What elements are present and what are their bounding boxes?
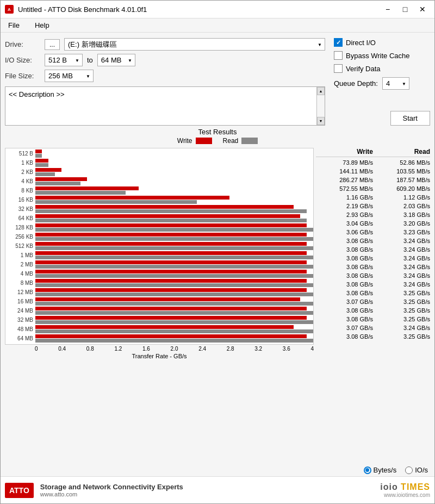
io-size-row: I/O Size: 512 B ▼ to 64 MB ▼ xyxy=(5,54,325,66)
direct-io-checkbox[interactable]: ✓ xyxy=(334,38,343,47)
bar-row: 4 KB xyxy=(5,177,313,185)
result-write-value: 3.08 GB/s xyxy=(316,333,373,340)
bar-row-label: 64 MB xyxy=(5,335,35,341)
menu-bar: File Help xyxy=(1,18,434,33)
file-size-select[interactable]: 256 MB xyxy=(45,70,94,82)
drive-select[interactable]: (E:) 新增磁碟區 xyxy=(64,38,325,51)
result-row: 3.08 GB/s3.25 GB/s xyxy=(316,289,430,297)
result-write-value: 1.16 GB/s xyxy=(316,194,373,201)
result-read-value: 609.20 MB/s xyxy=(373,185,430,192)
read-bar xyxy=(35,265,313,269)
chart-section: Test Results Write Read 512 B1 KB2 KB4 K… xyxy=(1,126,434,464)
result-write-value: 3.04 GB/s xyxy=(316,220,373,227)
write-bar xyxy=(35,168,61,172)
result-read-value: 3.24 GB/s xyxy=(373,238,430,244)
bar-row-label: 24 MB xyxy=(5,308,35,314)
bar-row: 32 KB xyxy=(5,204,313,213)
write-bar xyxy=(35,288,307,292)
bar-row-label: 1 KB xyxy=(5,160,35,166)
result-row: 2.19 GB/s2.03 GB/s xyxy=(316,202,430,210)
io-size-label: I/O Size: xyxy=(5,56,40,64)
start-button[interactable]: Start xyxy=(390,111,430,126)
footer-text: Storage and Network Connectivity Experts… xyxy=(40,483,374,497)
bar-row-label: 2 MB xyxy=(5,262,35,267)
write-legend-color xyxy=(196,138,212,144)
io-size-from-select[interactable]: 512 B xyxy=(45,54,83,66)
io-size-to-select[interactable]: 64 MB xyxy=(97,54,135,66)
io-radio-circle xyxy=(405,466,413,474)
app-icon: A xyxy=(5,5,14,14)
verify-data-checkbox[interactable] xyxy=(334,64,343,73)
result-write-value: 3.06 GB/s xyxy=(316,229,373,235)
result-read-value: 3.25 GB/s xyxy=(373,316,430,322)
options-panel: ✓ Direct I/O Bypass Write Cache Verify D… xyxy=(330,38,430,126)
bar-row: 4 MB xyxy=(5,269,313,278)
result-write-value: 286.27 MB/s xyxy=(316,177,373,183)
result-row: 3.08 GB/s3.24 GB/s xyxy=(316,263,430,271)
write-bar xyxy=(35,334,307,338)
menu-help[interactable]: Help xyxy=(32,20,53,31)
bar-chart: 512 B1 KB2 KB4 KB8 KB16 KB32 KB64 KB128 … xyxy=(5,148,314,345)
write-bar xyxy=(35,223,307,227)
bar-row-label: 16 MB xyxy=(5,298,35,304)
direct-io-row[interactable]: ✓ Direct I/O xyxy=(334,38,430,47)
result-read-value: 3.24 GB/s xyxy=(373,264,430,270)
bar-row: 256 KB xyxy=(5,232,313,241)
write-bar xyxy=(35,233,307,237)
bar-row: 512 B xyxy=(5,149,313,158)
write-bar xyxy=(35,242,307,246)
bytes-per-sec-label: Bytes/s xyxy=(374,466,397,474)
footer-url: www.atto.com xyxy=(40,491,374,497)
scroll-up-button[interactable]: ▲ xyxy=(317,87,325,95)
bar-row-label: 16 KB xyxy=(5,197,35,203)
menu-file[interactable]: File xyxy=(5,20,23,31)
result-write-value: 3.08 GB/s xyxy=(316,246,373,253)
bar-row: 8 KB xyxy=(5,186,313,195)
read-bar xyxy=(35,302,313,306)
footer: ATTO Storage and Network Connectivity Ex… xyxy=(1,476,434,503)
result-row: 3.08 GB/s3.24 GB/s xyxy=(316,245,430,254)
result-row: 2.93 GB/s3.18 GB/s xyxy=(316,210,430,219)
results-header-read: Read xyxy=(373,148,430,155)
minimize-button[interactable]: − xyxy=(380,4,395,15)
bytes-radio-circle xyxy=(364,466,371,474)
chart-legend: Write Read xyxy=(5,137,430,145)
scroll-track xyxy=(317,95,325,117)
result-read-value: 3.25 GB/s xyxy=(373,290,430,296)
read-bar xyxy=(35,219,307,222)
result-row: 144.11 MB/s103.55 MB/s xyxy=(316,167,430,176)
result-write-value: 3.07 GB/s xyxy=(316,325,373,331)
result-write-value: 3.08 GB/s xyxy=(316,281,373,288)
scroll-down-button[interactable]: ▼ xyxy=(317,117,325,125)
queue-depth-select[interactable]: 4 xyxy=(382,77,409,90)
file-size-label: File Size: xyxy=(5,72,40,80)
result-write-value: 73.89 MB/s xyxy=(316,159,373,166)
result-read-value: 187.57 MB/s xyxy=(373,177,430,183)
result-read-value: 3.24 GB/s xyxy=(373,255,430,262)
title-bar: A Untitled - ATTO Disk Benchmark 4.01.0f… xyxy=(1,1,434,18)
bar-row: 64 MB xyxy=(5,334,313,343)
bottom-options: Bytes/s IO/s xyxy=(1,464,434,476)
x-axis-ticks: 0 0.4 0.8 1.2 1.6 2.0 2.4 2.8 3.2 3.6 4 xyxy=(5,346,314,352)
read-bar xyxy=(35,311,313,315)
result-read-value: 3.25 GB/s xyxy=(373,333,430,340)
bar-row-label: 128 KB xyxy=(5,225,35,231)
read-bar xyxy=(35,200,197,204)
bypass-write-cache-checkbox[interactable] xyxy=(334,51,343,60)
write-bar xyxy=(35,205,294,209)
drive-browse-button[interactable]: ... xyxy=(45,39,60,50)
verify-data-row[interactable]: Verify Data xyxy=(334,64,430,73)
io-per-sec-radio[interactable]: IO/s xyxy=(405,466,428,474)
description-text: << Description >> xyxy=(5,87,325,102)
bar-row: 512 KB xyxy=(5,241,313,250)
bytes-per-sec-radio[interactable]: Bytes/s xyxy=(364,466,397,474)
write-bar xyxy=(35,279,307,283)
x-axis-title: Transfer Rate - GB/s xyxy=(5,353,314,359)
bar-row: 64 KB xyxy=(5,214,313,222)
chart-with-results: 512 B1 KB2 KB4 KB8 KB16 KB32 KB64 KB128 … xyxy=(5,148,430,359)
result-write-value: 3.08 GB/s xyxy=(316,290,373,296)
maximize-button[interactable]: □ xyxy=(397,4,413,15)
read-bar xyxy=(35,172,55,176)
bypass-write-cache-row[interactable]: Bypass Write Cache xyxy=(334,51,430,60)
close-button[interactable]: ✕ xyxy=(415,4,430,15)
